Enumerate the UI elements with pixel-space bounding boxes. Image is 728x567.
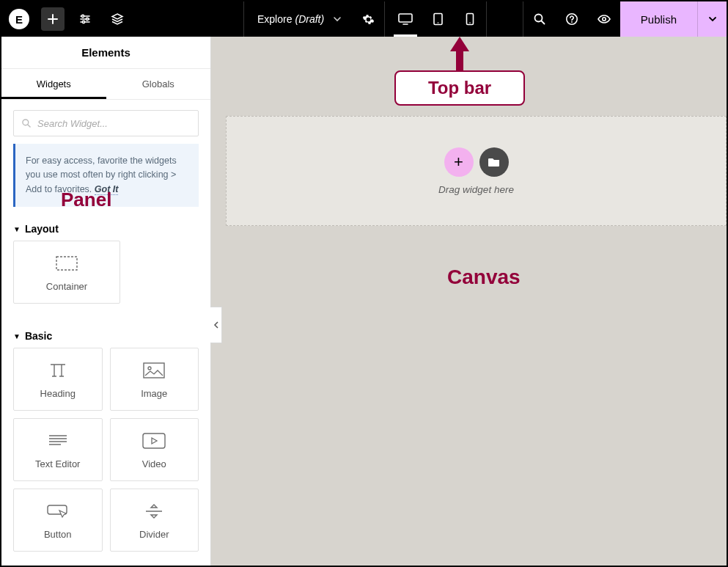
widget-heading[interactable]: Heading bbox=[13, 348, 103, 411]
device-tablet[interactable] bbox=[422, 1, 454, 37]
svg-point-5 bbox=[437, 22, 438, 23]
elementor-logo[interactable]: E bbox=[1, 1, 37, 37]
widget-video-label: Video bbox=[142, 458, 166, 469]
help-button[interactable] bbox=[556, 1, 588, 37]
widget-container[interactable]: Container bbox=[13, 241, 120, 304]
svg-rect-3 bbox=[399, 14, 412, 22]
plus-icon bbox=[47, 13, 59, 25]
svg-point-10 bbox=[571, 21, 573, 23]
help-icon bbox=[565, 12, 578, 26]
desktop-icon bbox=[398, 12, 413, 26]
widget-heading-label: Heading bbox=[40, 388, 76, 399]
section-basic-label: Basic bbox=[25, 330, 52, 342]
tab-globals[interactable]: Globals bbox=[106, 69, 211, 99]
topbar-left-group: E bbox=[1, 1, 133, 37]
annotation-topbar: Top bar bbox=[394, 37, 525, 106]
add-template-button[interactable] bbox=[479, 147, 509, 177]
editor-canvas[interactable]: + Drag widget here Top bar .anno-topbar{… bbox=[211, 37, 727, 566]
search-icon bbox=[533, 12, 546, 26]
svg-rect-16 bbox=[143, 434, 165, 448]
svg-point-7 bbox=[469, 22, 471, 23]
caret-down-icon: ▼ bbox=[13, 225, 21, 233]
publish-button[interactable]: Publish bbox=[620, 1, 697, 37]
widget-button[interactable]: Button bbox=[13, 489, 103, 552]
structure-button[interactable] bbox=[101, 1, 133, 37]
widget-divider-label: Divider bbox=[139, 529, 169, 540]
svg-rect-13 bbox=[56, 257, 77, 270]
document-title-status: (Draft) bbox=[295, 13, 324, 25]
widget-text-editor[interactable]: Text Editor bbox=[13, 418, 103, 481]
widget-text-editor-label: Text Editor bbox=[35, 458, 80, 469]
svg-point-1 bbox=[86, 18, 88, 20]
canvas-drop-zone[interactable]: + Drag widget here bbox=[226, 116, 727, 226]
finder-button[interactable] bbox=[523, 1, 556, 37]
tablet-icon bbox=[433, 12, 444, 26]
topbar-center-group: Explore (Draft) bbox=[243, 1, 487, 37]
container-icon bbox=[56, 253, 78, 274]
device-mobile[interactable] bbox=[454, 1, 486, 37]
add-section-button[interactable]: + bbox=[444, 147, 474, 177]
text-editor-icon bbox=[48, 431, 68, 451]
sliders-icon bbox=[78, 12, 92, 26]
chevron-down-icon bbox=[333, 15, 342, 23]
search-widget-input[interactable] bbox=[37, 118, 191, 129]
add-element-button[interactable] bbox=[41, 7, 65, 31]
publish-options-button[interactable] bbox=[697, 1, 727, 37]
chevron-left-icon bbox=[213, 321, 219, 329]
divider-icon bbox=[144, 501, 164, 522]
section-layout-label: Layout bbox=[25, 223, 59, 235]
svg-rect-14 bbox=[144, 363, 164, 378]
chevron-down-icon bbox=[708, 15, 717, 23]
folder-icon bbox=[488, 156, 501, 168]
widget-image-label: Image bbox=[141, 388, 167, 399]
preview-button[interactable] bbox=[588, 1, 620, 37]
gear-icon bbox=[362, 13, 375, 26]
annotation-canvas: Canvas bbox=[447, 266, 521, 289]
plus-icon: + bbox=[454, 153, 463, 172]
elementor-logo-badge: E bbox=[9, 9, 29, 29]
svg-point-2 bbox=[82, 21, 84, 23]
video-icon bbox=[142, 431, 166, 451]
device-desktop[interactable] bbox=[389, 1, 422, 37]
section-layout-toggle[interactable]: ▼ Layout bbox=[1, 216, 210, 241]
image-icon bbox=[143, 360, 165, 381]
heading-icon bbox=[48, 360, 68, 381]
section-basic-toggle[interactable]: ▼ Basic bbox=[1, 323, 210, 348]
search-widget-box[interactable] bbox=[13, 110, 199, 136]
panel-title: Elements bbox=[1, 37, 210, 69]
widget-video[interactable]: Video bbox=[110, 418, 199, 481]
search-icon bbox=[21, 118, 32, 128]
panel-collapse-handle[interactable] bbox=[210, 307, 222, 343]
layers-icon bbox=[111, 12, 124, 26]
eye-icon bbox=[597, 12, 611, 26]
widget-divider[interactable]: Divider bbox=[110, 489, 199, 552]
button-icon bbox=[46, 501, 70, 522]
svg-point-0 bbox=[81, 15, 84, 17]
drop-zone-hint: Drag widget here bbox=[438, 184, 514, 195]
responsive-device-group bbox=[389, 1, 486, 37]
tab-widgets[interactable]: Widgets bbox=[1, 69, 106, 99]
side-panel: Elements Widgets Globals For easy access… bbox=[1, 37, 211, 566]
document-title-name: Explore bbox=[257, 13, 292, 25]
mobile-icon bbox=[466, 12, 474, 26]
svg-point-11 bbox=[603, 18, 606, 21]
widget-button-label: Button bbox=[44, 529, 72, 540]
tip-gotit-link[interactable]: Got It bbox=[95, 184, 119, 195]
widget-container-label: Container bbox=[46, 281, 87, 292]
svg-point-15 bbox=[148, 367, 151, 370]
site-settings-button[interactable] bbox=[69, 1, 101, 37]
top-bar: E Explore (Draft) bbox=[1, 1, 727, 37]
panel-tabs: Widgets Globals bbox=[1, 69, 210, 100]
topbar-right-group: Publish bbox=[523, 1, 727, 37]
widget-image[interactable]: Image bbox=[110, 348, 199, 411]
document-title-dropdown[interactable]: Explore (Draft) bbox=[244, 13, 352, 25]
favorites-tip: For easy access, favorite the widgets yo… bbox=[13, 144, 199, 207]
publish-button-label: Publish bbox=[641, 13, 677, 26]
page-settings-button[interactable] bbox=[352, 1, 384, 37]
caret-down-icon: ▼ bbox=[13, 332, 21, 340]
